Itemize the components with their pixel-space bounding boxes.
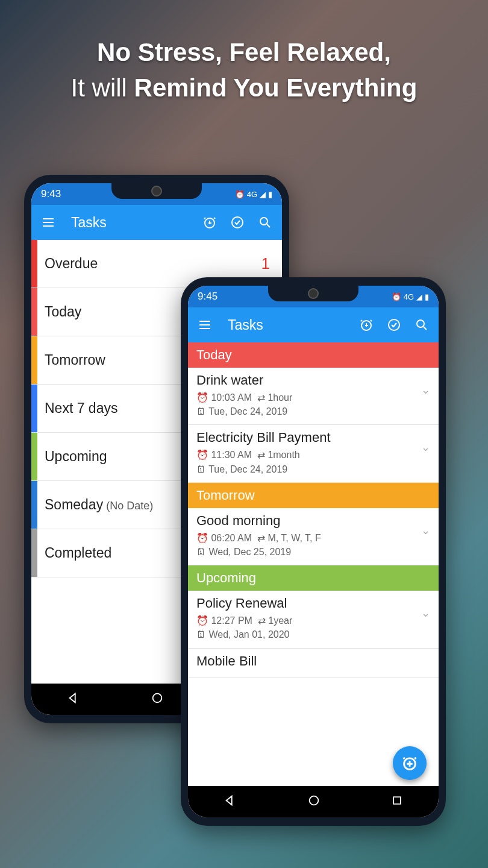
- app-title: Tasks: [228, 317, 347, 333]
- task-item[interactable]: Policy Renewal⏰ 12:27 PM ⇄ 1year🗓 Wed, J…: [188, 591, 439, 648]
- status-time: 9:43: [41, 188, 61, 200]
- color-strip: [31, 481, 37, 529]
- battery-icon: ▮: [268, 190, 272, 199]
- task-item[interactable]: Electricity Bill Payment⏰ 11:30 AM ⇄ 1mo…: [188, 425, 439, 482]
- task-title: Mobile Bill: [196, 653, 430, 669]
- status-right: ⏰ 4G ◢ ▮: [235, 190, 272, 199]
- color-strip: [31, 529, 37, 577]
- svg-rect-10: [393, 797, 401, 804]
- color-strip: [31, 433, 37, 480]
- nav-back-icon[interactable]: [67, 691, 80, 707]
- search-icon[interactable]: [413, 316, 430, 333]
- promo-headline: No Stress, Feel Relaxed, It will Remind …: [0, 35, 488, 106]
- check-icon[interactable]: [229, 214, 246, 231]
- headline-line2-a: It will: [71, 74, 134, 102]
- section-header-upcoming[interactable]: Upcoming: [188, 565, 439, 591]
- status-right: ⏰ 4G ◢ ▮: [392, 292, 429, 301]
- svg-point-9: [310, 796, 319, 805]
- svg-point-7: [417, 320, 424, 327]
- add-alarm-icon[interactable]: [201, 214, 218, 231]
- task-meta-line2: 🗓 Tue, Dec 24, 2019: [196, 462, 430, 476]
- alarm-icon: ⏰: [235, 190, 245, 199]
- task-meta-line1: ⏰ 06:20 AM ⇄ M, T, W, T, F: [196, 531, 430, 545]
- task-meta-line2: 🗓 Wed, Jan 01, 2020: [196, 627, 430, 641]
- battery-icon: ▮: [425, 292, 429, 301]
- task-item[interactable]: Good morning⏰ 06:20 AM ⇄ M, T, W, T, F🗓 …: [188, 508, 439, 565]
- phone-2-screen: 9:45 ⏰ 4G ◢ ▮ Tasks TodayDrink wate: [188, 286, 439, 817]
- category-label: Overdue: [37, 256, 261, 272]
- svg-point-6: [389, 319, 399, 330]
- chevron-down-icon[interactable]: ⌄: [421, 606, 430, 620]
- notch: [111, 183, 202, 199]
- headline-line2-b: Remind You Everything: [134, 74, 418, 102]
- signal-icon: ◢: [416, 292, 422, 301]
- task-meta-line1: ⏰ 12:27 PM ⇄ 1year: [196, 614, 430, 627]
- status-net: 4G: [404, 292, 414, 301]
- fab-add-alarm[interactable]: [393, 746, 427, 780]
- nav-recent-icon[interactable]: [391, 794, 403, 809]
- action-bar: Tasks: [31, 205, 282, 240]
- check-icon[interactable]: [386, 316, 402, 333]
- color-strip: [31, 288, 37, 336]
- section-header-tomorrow[interactable]: Tomorrow: [188, 483, 439, 508]
- svg-point-2: [260, 218, 267, 225]
- task-title: Good morning: [196, 513, 430, 529]
- chevron-down-icon[interactable]: ⌄: [421, 441, 430, 454]
- status-net: 4G: [247, 190, 257, 199]
- color-strip: [31, 385, 37, 432]
- add-alarm-icon[interactable]: [358, 316, 375, 333]
- status-time: 9:45: [198, 291, 217, 303]
- category-count: 1: [261, 254, 282, 273]
- task-title: Drink water: [196, 373, 430, 388]
- nav-home-icon[interactable]: [307, 794, 321, 810]
- color-strip: [31, 240, 37, 288]
- task-meta-line1: ⏰ 11:30 AM ⇄ 1month: [196, 448, 430, 462]
- app-title: Tasks: [71, 215, 190, 231]
- task-meta-line2: 🗓 Wed, Dec 25, 2019: [196, 545, 430, 559]
- task-item[interactable]: Drink water⏰ 10:03 AM ⇄ 1hour🗓 Tue, Dec …: [188, 368, 439, 425]
- task-item[interactable]: Mobile Bill: [188, 649, 439, 678]
- notch: [268, 286, 358, 301]
- chevron-down-icon[interactable]: ⌄: [421, 383, 430, 397]
- android-navbar: [188, 786, 439, 817]
- color-strip: [31, 336, 37, 384]
- nav-home-icon[interactable]: [151, 691, 164, 707]
- hamburger-icon[interactable]: [196, 316, 213, 333]
- hamburger-icon[interactable]: [40, 214, 57, 231]
- chevron-down-icon[interactable]: ⌄: [421, 524, 430, 537]
- alarm-icon: ⏰: [392, 292, 401, 301]
- headline-line1: No Stress, Feel Relaxed,: [97, 38, 391, 66]
- nav-back-icon[interactable]: [224, 794, 237, 810]
- task-meta-line1: ⏰ 10:03 AM ⇄ 1hour: [196, 391, 430, 404]
- task-list: TodayDrink water⏰ 10:03 AM ⇄ 1hour🗓 Tue,…: [188, 342, 439, 786]
- signal-icon: ◢: [260, 190, 266, 199]
- section-header-today[interactable]: Today: [188, 342, 439, 368]
- svg-point-1: [232, 217, 243, 228]
- svg-point-3: [153, 694, 162, 703]
- action-bar: Tasks: [188, 307, 439, 342]
- search-icon[interactable]: [257, 214, 274, 231]
- task-title: Electricity Bill Payment: [196, 430, 430, 445]
- task-title: Policy Renewal: [196, 596, 430, 611]
- task-meta-line2: 🗓 Tue, Dec 24, 2019: [196, 404, 430, 418]
- category-sublabel: (No Date): [103, 500, 153, 512]
- phone-2-frame: 9:45 ⏰ 4G ◢ ▮ Tasks TodayDrink wate: [181, 277, 446, 826]
